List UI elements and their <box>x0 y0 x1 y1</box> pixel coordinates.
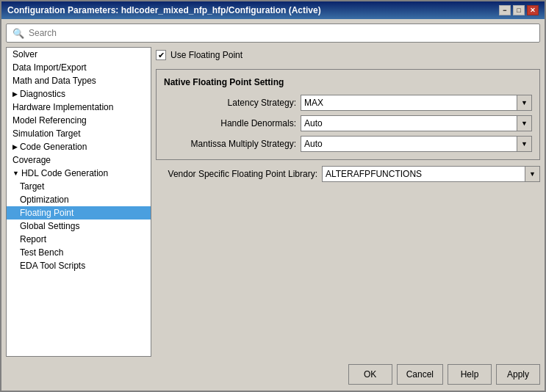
sidebar-item-diagnostics[interactable]: ▶ Diagnostics <box>7 87 151 101</box>
right-panel: ✔ Use Floating Point Native Floating Poi… <box>156 47 540 357</box>
codegen-label: Code Generation <box>20 142 87 152</box>
handle-denormals-row: Handle Denormals: ▼ <box>164 115 532 131</box>
sidebar-item-report[interactable]: Report <box>7 233 151 246</box>
use-fp-label: Use Floating Point <box>170 50 243 60</box>
content-area: 🔍 Solver Data Import/Export Math and Dat… <box>1 19 545 391</box>
search-input[interactable] <box>29 28 534 38</box>
close-button[interactable]: ✕ <box>527 5 539 15</box>
main-window: Configuration Parameters: hdlcoder_mixed… <box>0 0 546 392</box>
latency-row: Latency Strategy: ▼ <box>164 95 532 111</box>
mantissa-row: Mantissa Multiply Strategy: ▼ <box>164 136 532 152</box>
cancel-button[interactable]: Cancel <box>397 364 443 385</box>
native-fp-section: Native Floating Point Setting Latency St… <box>156 69 540 160</box>
sidebar-item-solver[interactable]: Solver <box>7 48 151 61</box>
sidebar-item-global-settings[interactable]: Global Settings <box>7 219 151 233</box>
handle-input[interactable] <box>301 115 517 131</box>
vendor-dropdown-btn[interactable]: ▼ <box>525 166 540 182</box>
handle-label: Handle Denormals: <box>164 118 296 128</box>
diagnostics-label: Diagnostics <box>20 89 65 99</box>
use-fp-row: ✔ Use Floating Point <box>156 47 540 63</box>
sidebar-item-coverage[interactable]: Coverage <box>7 153 151 167</box>
hdl-codegen-arrow: ▼ <box>12 170 19 177</box>
mantissa-label: Mantissa Multiply Strategy: <box>164 139 296 149</box>
title-bar: Configuration Parameters: hdlcoder_mixed… <box>1 1 545 19</box>
sidebar: Solver Data Import/Export Math and Data … <box>6 47 151 357</box>
sidebar-item-hardware[interactable]: Hardware Implementation <box>7 101 151 114</box>
sidebar-item-test-bench[interactable]: Test Bench <box>7 246 151 259</box>
vendor-input[interactable] <box>322 166 525 182</box>
sidebar-item-hdl-codegen[interactable]: ▼ HDL Code Generation <box>7 167 151 180</box>
use-fp-checkbox[interactable]: ✔ <box>156 50 166 60</box>
main-panel: Solver Data Import/Export Math and Data … <box>6 47 540 357</box>
window-title: Configuration Parameters: hdlcoder_mixed… <box>7 5 321 15</box>
search-bar: 🔍 <box>6 23 540 43</box>
minimize-button[interactable]: − <box>499 5 511 15</box>
codegen-arrow: ▶ <box>12 143 18 150</box>
ok-button[interactable]: OK <box>348 364 392 385</box>
restore-button[interactable]: □ <box>513 5 525 15</box>
sidebar-item-code-gen[interactable]: ▶ Code Generation <box>7 140 151 153</box>
handle-dropdown-wrapper: ▼ <box>301 115 532 131</box>
vendor-row: Vendor Specific Floating Point Library: … <box>156 166 540 182</box>
latency-dropdown-wrapper: ▼ <box>301 95 532 111</box>
mantissa-dropdown-btn[interactable]: ▼ <box>517 136 532 152</box>
sidebar-item-sim-target[interactable]: Simulation Target <box>7 127 151 140</box>
latency-label: Latency Strategy: <box>164 98 296 108</box>
hdl-codegen-label: HDL Code Generation <box>21 168 108 178</box>
handle-dropdown-btn[interactable]: ▼ <box>517 115 532 131</box>
bottom-buttons: OK Cancel Help Apply <box>6 361 540 386</box>
mantissa-input[interactable] <box>301 136 517 152</box>
sidebar-item-target[interactable]: Target <box>7 180 151 193</box>
sidebar-item-eda-scripts[interactable]: EDA Tool Scripts <box>7 259 151 272</box>
vendor-label: Vendor Specific Floating Point Library: <box>156 169 317 179</box>
search-icon: 🔍 <box>12 28 24 39</box>
apply-button[interactable]: Apply <box>496 364 540 385</box>
sidebar-item-model-ref[interactable]: Model Referencing <box>7 114 151 127</box>
diagnostics-arrow: ▶ <box>12 90 18 98</box>
title-bar-controls: − □ ✕ <box>499 5 539 15</box>
sidebar-item-optimization[interactable]: Optimization <box>7 193 151 206</box>
sidebar-item-floating-point[interactable]: Floating Point <box>7 206 151 219</box>
latency-input[interactable] <box>301 95 517 111</box>
sidebar-item-math[interactable]: Math and Data Types <box>7 74 151 87</box>
vendor-dropdown-wrapper: ▼ <box>322 166 540 182</box>
help-button[interactable]: Help <box>448 364 492 385</box>
native-fp-title: Native Floating Point Setting <box>164 77 532 87</box>
mantissa-dropdown-wrapper: ▼ <box>301 136 532 152</box>
sidebar-item-data-import[interactable]: Data Import/Export <box>7 61 151 74</box>
latency-dropdown-btn[interactable]: ▼ <box>517 95 532 111</box>
